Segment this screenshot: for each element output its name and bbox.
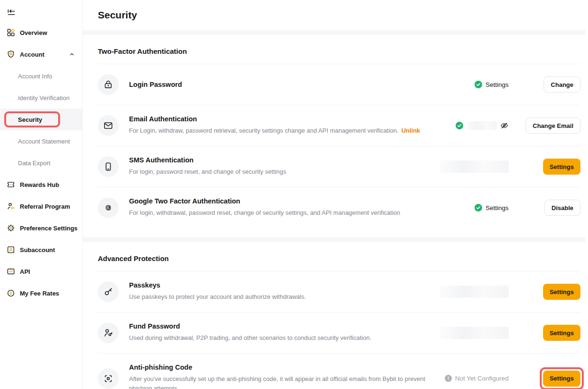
row-title: Login Password [129,81,430,88]
subaccount-icon [7,245,15,254]
row-description: Use passkeys to protect your account and… [129,292,430,302]
row-description: After you've successfully set up the ant… [129,374,430,389]
anti-phishing-status: Not Yet Configured [438,375,509,382]
passkeys-status [438,286,509,298]
eye-off-icon[interactable] [500,121,509,130]
email-status [438,121,509,130]
status-label: Settings [485,204,509,211]
sidebar-item-label: Account [20,51,44,58]
section-heading-two-factor: Two-Factor Authentication [98,47,580,55]
row-fund-password: Fund Password Used during withdrawal, P2… [98,312,580,353]
sms-settings-button[interactable]: Settings [543,159,580,175]
lock-icon [98,74,119,95]
sidebar: Overview Account Account Info Identity V… [0,0,83,389]
redacted-passkeys-value [440,286,509,298]
sidebar-item-label: Account Info [18,73,52,80]
chevron-up-icon [69,51,75,57]
sidebar-item-label: Rewards Hub [20,181,59,188]
check-circle-icon [475,204,482,211]
sidebar-item-label: Account Statement [18,138,70,145]
change-email-button[interactable]: Change Email [526,118,580,134]
row-title: Fund Password [129,322,430,330]
sidebar-item-label: API [20,268,30,275]
row-description: For Login, withdraw, password retrieval,… [129,126,430,135]
person-plus-icon: $+ [7,202,15,211]
sidebar-item-my-fee-rates[interactable]: $ My Fee Rates [0,282,82,304]
svg-text:$: $ [10,291,12,296]
row-title: Anti-phishing Code [129,364,430,371]
api-icon: API [7,267,15,276]
change-password-button[interactable]: Change [544,76,580,93]
sidebar-item-label: Data Export [18,160,51,167]
redacted-fund-password-value [440,327,509,339]
page-title: Security [98,9,580,21]
grid-icon [7,28,15,37]
unlink-link[interactable]: Unlink [401,127,420,134]
login-password-status: Settings [438,81,509,88]
ticket-icon [7,180,15,189]
info-icon [445,375,452,382]
google-2fa-disable-button[interactable]: Disable [545,200,580,216]
sidebar-item-referral-program[interactable]: $+ Referral Program [0,195,82,217]
fund-password-settings-button[interactable]: Settings [543,325,580,341]
sidebar-item-rewards-hub[interactable]: Rewards Hub [0,174,82,195]
sidebar-item-subaccount[interactable]: Subaccount [0,239,82,261]
google-2fa-status: Settings [438,204,509,211]
sidebar-item-preference-settings[interactable]: Preference Settings [0,217,82,239]
check-circle-icon [475,81,482,88]
redacted-phone-value [440,161,509,173]
status-label: Not Yet Configured [455,375,509,382]
shield-icon [7,50,15,59]
sidebar-item-label: Identity Verification [18,94,69,101]
sidebar-item-data-export[interactable]: Data Export [0,152,82,174]
row-title: Google Two Factor Authentication [129,197,430,205]
gear-icon [7,224,15,232]
row-description: For login, withdrawal, password reset, c… [129,208,430,218]
collapse-sidebar-button[interactable] [0,4,82,22]
collapse-sidebar-icon [7,8,16,17]
sidebar-item-identity-verification[interactable]: Identity Verification [0,87,82,109]
row-anti-phishing-code: Anti-phishing Code After you've successf… [98,353,580,389]
person-key-icon [98,322,119,343]
section-heading-advanced-protection: Advanced Protection [98,254,580,262]
row-title: Email Authentication [129,115,430,123]
scan-icon [98,368,119,389]
section-divider [83,237,585,242]
sidebar-item-label: My Fee Rates [20,290,59,297]
row-description: For login, password reset, and change of… [129,167,430,177]
sms-status [438,161,509,173]
sidebar-item-label: Overview [20,29,47,36]
section-divider [83,30,585,35]
sidebar-item-account-statement[interactable]: Account Statement [0,130,82,152]
sidebar-item-security[interactable]: Security [0,109,82,130]
fund-password-status [438,327,509,339]
sidebar-item-account-info[interactable]: Account Info [0,65,82,87]
row-title: Passkeys [129,281,430,289]
svg-text:G: G [106,204,111,211]
row-passkeys: Passkeys Use passkeys to protect your ac… [98,271,580,312]
sidebar-item-label: Subaccount [20,246,55,254]
svg-text:$+: $+ [11,206,15,210]
security-settings-page: Security Two-Factor Authentication Login… [83,0,588,389]
sidebar-item-label: Security [18,116,42,123]
sidebar-item-label: Referral Program [20,203,70,210]
passkeys-settings-button[interactable]: Settings [543,284,580,300]
redacted-email-value [467,121,497,130]
row-login-password: Login Password Settings Change [98,64,580,105]
key-icon [98,281,119,302]
dollar-circle-icon: $ [7,289,15,297]
svg-text:API: API [9,270,13,273]
sidebar-item-api[interactable]: API API [0,261,82,282]
row-description: Used during withdrawal, P2P trading, and… [129,333,430,343]
row-email-authentication: Email Authentication For Login, withdraw… [98,105,580,146]
anti-phishing-settings-button[interactable]: Settings [543,371,580,387]
mail-icon [98,115,119,136]
phone-icon [98,156,119,177]
row-google-two-factor: G Google Two Factor Authentication For l… [98,187,580,228]
check-circle-icon [456,122,463,129]
sidebar-item-label: Preference Settings [20,225,78,232]
row-title: SMS Authentication [129,156,430,164]
sidebar-item-overview[interactable]: Overview [0,22,82,43]
status-label: Settings [485,81,509,88]
sidebar-item-account[interactable]: Account [0,43,82,65]
